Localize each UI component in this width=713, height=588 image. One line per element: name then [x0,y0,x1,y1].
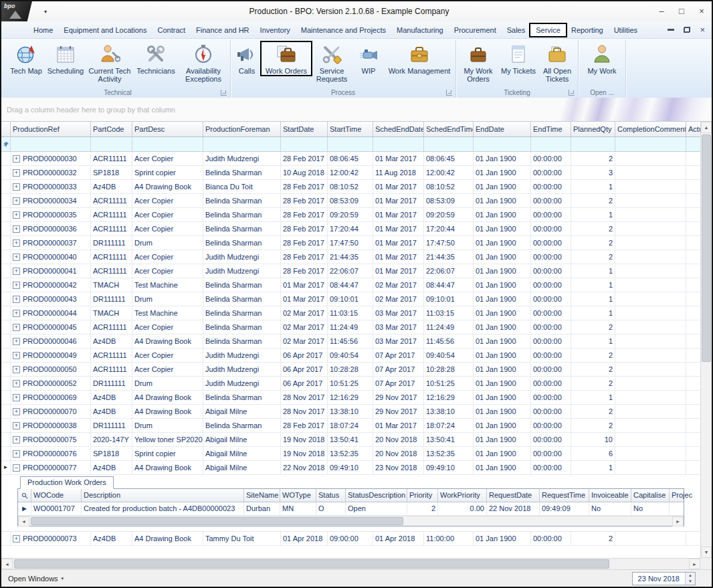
expand-button[interactable]: + [13,324,20,331]
detail-column-header-wocode[interactable]: WOCode [31,489,82,502]
column-header-completioncomments[interactable]: CompletionComments [615,122,686,136]
group-dialog-launcher-icon[interactable] [446,90,452,96]
table-row[interactable]: ►–PROD00000077Az4DBA4 Drawing BookAbigai… [1,461,700,475]
filter-cell-schedendtime[interactable] [424,137,474,151]
menu-tab-maintenance-and-projects[interactable]: Maintenance and Projects [296,24,391,36]
table-row[interactable]: +PROD00000049ACR11111Acer CopierJudith M… [1,349,700,363]
table-row[interactable]: +PROD00000041ACR11111Acer CopierJudith M… [1,264,700,278]
detail-column-header-requestdate[interactable]: RequestDate [487,489,540,502]
table-row[interactable]: +PROD00000046Az4DBA4 Drawing BookBelinda… [1,334,700,349]
detail-column-header-requesttime[interactable]: RequestTime [540,489,589,502]
menu-tab-manufacturing[interactable]: Manufacturing [391,24,449,36]
ribbon-button-availability-exceptions[interactable]: Availability Exceptions [178,42,229,83]
expand-button[interactable]: + [13,366,20,373]
expand-button[interactable]: + [13,254,20,261]
expand-button[interactable]: + [13,422,20,429]
scroll-down-button[interactable]: ▼ [701,547,712,558]
detail-horizontal-scrollbar[interactable]: ◄► [18,516,684,526]
table-row[interactable]: +PROD00000033Az4DBA4 Drawing BookBianca … [1,180,700,194]
scroll-right-button[interactable]: ► [689,559,700,569]
scrollbar-track[interactable] [29,516,672,526]
expand-button[interactable]: + [13,408,20,415]
table-row[interactable]: +PROD00000043DR111111DrumBelinda Sharman… [1,292,700,306]
scrollbar-track[interactable] [13,559,689,569]
table-row[interactable]: +PROD00000076SP1818Sprint copierAbigail … [1,447,700,461]
detail-column-header-projec[interactable]: Projec [670,489,700,502]
expand-button[interactable]: + [13,239,20,247]
expand-button[interactable]: + [13,268,20,275]
column-header-partcode[interactable]: PartCode [91,122,132,136]
column-header-enddate[interactable]: EndDate [474,122,531,136]
expand-button[interactable]: + [13,282,20,289]
table-row[interactable]: +PROD00000045ACR11111Acer CopierBelinda … [1,320,700,334]
filter-cell-schedenddate[interactable] [373,137,424,151]
expand-button[interactable]: + [13,296,20,303]
scroll-right-button[interactable]: ► [672,516,684,526]
menu-tab-inventory[interactable]: Inventory [255,24,296,36]
ribbon-button-my-work[interactable]: My Work [580,42,624,75]
ribbon-button-service-requests[interactable]: Service Requests [311,42,352,83]
group-dialog-launcher-icon[interactable] [221,90,227,96]
group-by-bar[interactable]: Drag a column header here to group by th… [1,98,712,122]
expand-button[interactable]: + [13,183,20,191]
open-windows-button[interactable]: Open Windows ▾ [5,573,66,584]
column-header-schedenddate[interactable]: SchedEndDate [373,122,424,136]
ribbon-button-technicians[interactable]: Technicians [134,42,178,75]
detail-column-header-capitalise[interactable]: Capitalise [631,489,670,502]
column-header-endtime[interactable]: EndTime [531,122,571,136]
menu-tab-finance-and-hr[interactable]: Finance and HR [191,24,255,36]
scroll-up-button[interactable]: ▲ [701,122,712,133]
table-row[interactable]: +PROD00000073Az4DBA4 Drawing BookTammy D… [1,532,700,546]
detail-column-header-description[interactable]: Description [82,489,244,502]
ribbon-button-tech-map[interactable]: Tech Map [7,42,45,75]
expand-button[interactable]: + [13,155,20,163]
detail-column-header-invoiceable[interactable]: Invoiceable [589,489,631,502]
spin-down-icon[interactable]: ▼ [686,579,695,585]
table-row[interactable]: +PROD00000038DR111111DrumBelinda Sharman… [1,419,700,433]
expand-button[interactable]: + [13,197,20,205]
column-header-startdate[interactable]: StartDate [281,122,328,136]
table-row[interactable]: +PROD00000052DR111111DrumJudith Mudzengi… [1,377,700,391]
detail-column-header-status[interactable]: Status [316,489,346,502]
table-row[interactable]: +PROD00000044TMACHTest MachineBelinda Sh… [1,306,700,320]
filter-cell-starttime[interactable] [328,137,373,151]
column-header-starttime[interactable]: StartTime [328,122,373,136]
filter-cell-productionforeman[interactable] [203,137,281,151]
table-row[interactable]: +PROD00000034ACR11111Acer CopierBelinda … [1,194,700,208]
minimize-button[interactable]: – [651,1,672,21]
collapse-button[interactable]: – [13,464,20,472]
menu-tab-procurement[interactable]: Procurement [449,24,502,36]
column-header-partdesc[interactable]: PartDesc [132,122,203,136]
detail-column-header-sitename[interactable]: SiteName [244,489,280,502]
ribbon-button-scheduling[interactable]: Scheduling [45,42,86,75]
table-row[interactable]: +PROD00000070Az4DBA4 Drawing BookAbigail… [1,405,700,419]
mdi-close-icon[interactable]: × [700,26,705,34]
vertical-scrollbar[interactable]: ▲ ▼ [700,122,712,558]
expand-button[interactable]: + [13,310,20,317]
scroll-left-button[interactable]: ◄ [1,559,13,569]
scrollbar-thumb[interactable] [702,134,711,362]
mdi-minimize-icon[interactable] [668,29,674,31]
filter-cell-actu[interactable] [686,137,700,151]
filter-cell-productionref[interactable] [11,137,91,151]
ribbon-button-current-tech-activity[interactable]: Current Tech Activity [86,42,134,83]
expand-button[interactable]: + [13,394,20,401]
detail-column-header-wotype[interactable]: WOType [280,489,316,502]
menu-tab-contract[interactable]: Contract [152,24,191,36]
expand-button[interactable]: + [13,535,20,543]
menu-tab-home[interactable]: Home [28,24,58,36]
filter-cell-partcode[interactable] [91,137,132,151]
expand-button[interactable]: + [13,338,20,345]
group-dialog-launcher-icon[interactable] [569,90,575,96]
ribbon-button-my-work-orders[interactable]: My Work Orders [457,42,499,83]
table-row[interactable]: +PROD00000042TMACHTest MachineBelinda Sh… [1,278,700,292]
table-row[interactable]: +PROD00000036ACR11111Acer CopierBelinda … [1,222,700,236]
horizontal-scrollbar[interactable]: ◄ ► [1,558,700,569]
ribbon-button-my-tickets[interactable]: My Tickets [499,42,538,75]
expand-button[interactable]: + [13,436,20,444]
scrollbar-track[interactable] [701,133,712,547]
ribbon-button-all-open-tickets[interactable]: All Open Tickets [538,42,577,83]
expand-button[interactable]: + [13,450,20,458]
menu-tab-service[interactable]: Service [530,24,566,36]
detail-search-cell[interactable] [18,489,31,502]
